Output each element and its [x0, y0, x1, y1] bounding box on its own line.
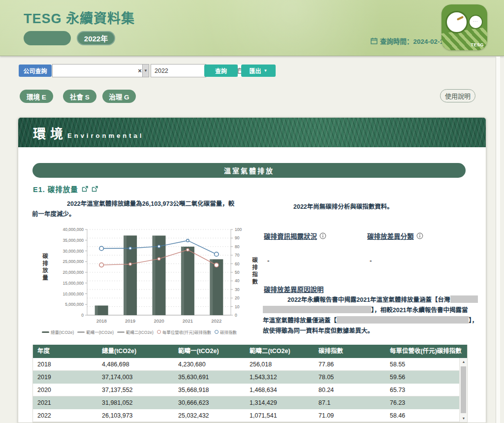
table-cell: 25,032,432 — [174, 409, 245, 422]
chart-axis-label-right: 碳排指數 — [251, 257, 258, 286]
year-picker[interactable] — [151, 64, 206, 77]
table-scrollbar[interactable]: ▲ ▼ — [459, 358, 467, 422]
table-cell: 87.1 — [314, 396, 385, 409]
legend-label: 碳排指數 — [220, 329, 237, 335]
header-cell: 每單位營收(仟元)碳排指數 — [385, 345, 467, 358]
table-cell: 2018 — [33, 358, 97, 371]
tab-social[interactable]: 社會 S — [63, 90, 96, 103]
app-logo: TESG — [441, 4, 487, 50]
svg-text:50: 50 — [235, 270, 240, 275]
company-name-pill — [24, 31, 71, 45]
caret-down-icon: ▼ — [264, 68, 268, 73]
data-table: 年度總量(tCO2e)範疇一(tCO2e)範疇二(tCO2e)碳排指數每單位營收… — [32, 345, 468, 423]
query-time-label: 查詢時間：2024-02-16 — [380, 36, 447, 46]
table-cell: 4,486,698 — [97, 358, 174, 371]
header-cell: 總量(tCO2e) — [97, 345, 174, 358]
svg-text:10,000,000: 10,000,000 — [63, 292, 84, 296]
company-input[interactable] — [53, 65, 137, 77]
table-cell: 2021 — [33, 396, 97, 409]
export-button-label: 匯出 — [250, 66, 261, 75]
calendar-icon — [371, 37, 378, 44]
svg-text:20,000,000: 20,000,000 — [63, 270, 84, 275]
disclosure-link-label[interactable]: 碳排資訊揭露狀況 — [264, 231, 317, 241]
metric-title: E1. 碳排放量 — [33, 184, 98, 194]
info-icon[interactable] — [416, 232, 423, 239]
svg-text:20: 20 — [235, 295, 240, 300]
disclosure-link: 碳排資訊揭露狀況 — [264, 231, 326, 241]
company-search-button[interactable]: 公司查詢 — [19, 65, 52, 77]
svg-text:2018: 2018 — [96, 318, 107, 324]
legend-item[interactable]: 範疇二(tCO2e) — [117, 329, 154, 335]
table-cell: 35,630,691 — [174, 371, 245, 384]
svg-text:0: 0 — [235, 313, 237, 318]
variance-reason-paragraph: 2022年永續報告書中揭露2021年溫室氣體排放量涵蓋【台灣】，相較2021年永… — [263, 294, 478, 335]
table-cell: 256,018 — [245, 358, 314, 371]
legend-item[interactable]: 每單位營收(仟元)碳排指數 — [157, 329, 211, 335]
table-cell: 65.73 — [385, 384, 459, 396]
combo-dropdown-button[interactable]: ▼ — [142, 65, 149, 77]
scroll-thumb[interactable] — [461, 366, 466, 413]
reason-line: 】，相較2021年永續報告書中揭露當 — [263, 304, 478, 315]
summary-right: 2022年尚無碳排分析與碳指數資料。 — [263, 201, 474, 211]
legend-marker-icon — [117, 331, 125, 333]
table-cell: 4,230,680 — [174, 358, 245, 371]
scroll-down-button[interactable]: ▼ — [460, 415, 468, 422]
table-cell: 1,071,541 — [245, 409, 314, 422]
reason-line: 2022年永續報告書中揭露2021年溫室氣體排放量涵蓋【台灣 — [263, 294, 478, 304]
table-header: 年度總量(tCO2e)範疇一(tCO2e)範疇二(tCO2e)碳排指數每單位營收… — [33, 345, 467, 358]
svg-text:2022: 2022 — [211, 318, 221, 324]
table-cell: 1,543,312 — [245, 371, 314, 384]
header-cell: 範疇一(tCO2e) — [174, 345, 245, 358]
table-cell: 78.05 — [314, 371, 385, 384]
reason-text: 】，相較2021年永續報告書中揭露當 — [371, 305, 468, 314]
disclosure-value: - — [267, 257, 269, 264]
table-cell: 80.24 — [314, 384, 385, 396]
reason-text: 故使得雖為同一資料年度但數據差異大。 — [263, 325, 374, 335]
section-banner: 溫室氣體排放 — [32, 163, 466, 178]
metric-title-label: E1. 碳排放量 — [33, 184, 78, 194]
search-button[interactable]: 查詢 — [204, 65, 238, 77]
table-cell: 1,314,429 — [245, 396, 314, 409]
table-cell: 2019 — [33, 371, 97, 384]
svg-text:2021: 2021 — [183, 318, 193, 324]
external-link-icon[interactable] — [92, 186, 98, 192]
legend-label: 範疇一(tCO2e) — [86, 329, 114, 335]
legend-item[interactable]: 總量(tCO2e) — [42, 329, 74, 335]
logo-text: TESG — [471, 42, 484, 47]
chevron-down-icon: ▼ — [144, 68, 148, 73]
summary-left: 2022年溫室氣體排放總量為26,103,973公噸二氧化碳當量，較前一年度減少… — [32, 199, 235, 220]
svg-text:60: 60 — [235, 261, 240, 266]
table-cell: 26,103,973 — [97, 409, 174, 422]
company-combobox[interactable]: × ▼ — [52, 64, 149, 77]
scroll-up-button[interactable]: ▲ — [460, 358, 468, 365]
help-button[interactable]: 使用說明 — [440, 89, 475, 102]
tab-environment[interactable]: 環境 E — [20, 90, 53, 103]
legend-label: 總量(tCO2e) — [51, 329, 74, 335]
table-row: 202131,981,05230,666,6231,314,42987.176.… — [33, 396, 459, 409]
header-cell: 範疇二(tCO2e) — [245, 345, 314, 358]
legend-item[interactable]: 碳排指數 — [215, 329, 237, 335]
variance-link-label[interactable]: 碳排放差異分類 — [367, 231, 414, 241]
svg-text:30: 30 — [235, 287, 240, 292]
page-scrollbar-track[interactable] — [496, 57, 500, 423]
legend-item[interactable]: 範疇一(tCO2e) — [77, 329, 114, 335]
svg-text:2020: 2020 — [154, 318, 164, 324]
svg-text:15,000,000: 15,000,000 — [63, 281, 84, 286]
svg-text:80: 80 — [235, 244, 240, 249]
panel-title-en: Environmental — [67, 132, 144, 139]
panel-title-zh: 環境 — [33, 124, 67, 142]
top-header: TESG 永續資料集 2022年 查詢時間：2024-02-16 TESG — [0, 0, 504, 56]
redaction-block — [263, 306, 371, 313]
svg-text:25,000,000: 25,000,000 — [63, 259, 84, 264]
svg-text:40: 40 — [235, 278, 240, 283]
clear-icon[interactable]: × — [137, 65, 142, 77]
tab-governance[interactable]: 治理 G — [102, 90, 136, 103]
external-link-icon[interactable] — [82, 186, 88, 192]
table-cell: 31,981,052 — [97, 396, 174, 409]
legend-marker-icon — [157, 330, 161, 334]
table-cell: 58.46 — [385, 409, 459, 422]
info-icon[interactable] — [319, 232, 326, 239]
export-button[interactable]: 匯出 ▼ — [241, 65, 276, 77]
legend-label: 範疇二(tCO2e) — [126, 329, 154, 335]
reason-text: 年溫室氣體排放量僅涵蓋【 — [263, 315, 337, 325]
